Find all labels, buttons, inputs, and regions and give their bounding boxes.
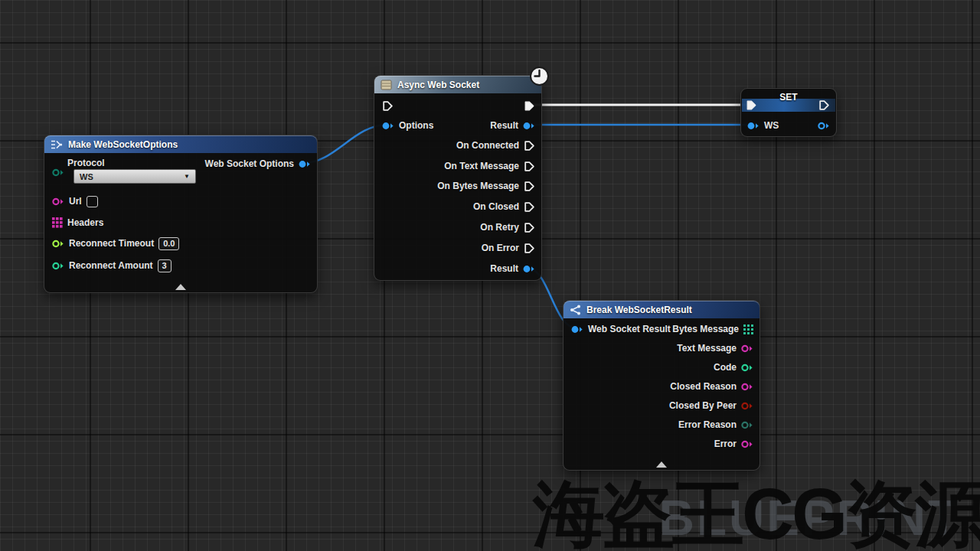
exec-out-row — [524, 99, 535, 112]
exec-in-pin[interactable] — [382, 100, 394, 112]
break-struct-icon — [570, 305, 581, 315]
exec-in-pin[interactable] — [746, 99, 757, 111]
options-pin[interactable] — [382, 122, 394, 130]
url-label: Url — [69, 196, 82, 207]
result-label: Result — [490, 120, 518, 131]
exec-in-row — [382, 99, 394, 112]
protocol-pin[interactable] — [52, 168, 64, 177]
on-closed-pin[interactable] — [524, 201, 535, 213]
make-struct-icon — [51, 139, 63, 150]
on-bytes-message-pin[interactable] — [524, 181, 535, 192]
url-input[interactable] — [87, 196, 98, 207]
exec-pin-icon — [524, 222, 535, 233]
reconnect-amount-pin[interactable] — [52, 262, 64, 270]
object-pin-icon — [747, 122, 760, 130]
object-pin-icon — [523, 122, 535, 130]
result-pin[interactable] — [523, 122, 535, 130]
on-closed-label: On Closed — [473, 201, 519, 212]
ws-output-row — [818, 119, 830, 132]
node-header[interactable]: Make WebSocketOptions — [44, 135, 317, 153]
on-connected-pin[interactable] — [524, 140, 535, 152]
closed-by-peer-pin[interactable] — [741, 402, 753, 410]
on-connected-row: On Connected — [456, 139, 535, 152]
node-header[interactable]: Break WebSocketResult — [564, 301, 760, 318]
node-async-web-socket[interactable]: Async Web Socket Options — [374, 75, 542, 281]
reconnect-timeout-row: Reconnect Timeout 0.0 — [52, 236, 179, 250]
headers-pin[interactable] — [52, 217, 63, 228]
reconnect-timeout-pin[interactable] — [52, 240, 64, 248]
node-header[interactable]: Async Web Socket — [374, 76, 541, 93]
exec-in-row — [746, 98, 757, 112]
text-message-pin[interactable] — [741, 344, 753, 353]
error-reason-label: Error Reason — [678, 419, 737, 430]
reconnect-amount-row: Reconnect Amount 3 — [52, 259, 172, 272]
web-socket-result-pin[interactable] — [571, 325, 583, 334]
closed-reason-row: Closed Reason — [670, 380, 753, 393]
node-title: Async Web Socket — [397, 80, 479, 90]
closed-by-peer-label: Closed By Peer — [669, 400, 737, 411]
result-bottom-label: Result — [490, 263, 518, 274]
graph-canvas[interactable]: BLUEPRINT 海盗王CG资源 Make WebSocketOptions … — [0, 0, 980, 551]
exec-pin-icon — [524, 181, 535, 192]
web-socket-options-label: Web Socket Options — [205, 158, 294, 169]
options-row: Options — [382, 119, 433, 132]
enum-pin-icon — [741, 421, 753, 429]
exec-out-pin[interactable] — [818, 99, 830, 111]
exec-out-pin[interactable] — [524, 100, 535, 112]
closed-reason-pin[interactable] — [741, 383, 753, 391]
reconnect-amount-input[interactable]: 3 — [158, 259, 172, 272]
protocol-dropdown-value: WS — [80, 172, 93, 181]
bytes-message-pin[interactable] — [743, 324, 753, 334]
node-title: Make WebSocketOptions — [68, 139, 178, 150]
dropdown-arrow-icon: ▼ — [184, 173, 190, 180]
exec-pin-icon — [382, 100, 394, 112]
object-pin-icon — [818, 122, 830, 130]
reconnect-timeout-input[interactable]: 0.0 — [158, 237, 179, 250]
on-retry-label: On Retry — [480, 222, 519, 233]
string-pin-icon — [52, 197, 64, 206]
collapse-arrow[interactable] — [656, 461, 667, 468]
map-pin-icon — [52, 217, 63, 228]
reconnect-timeout-label: Reconnect Timeout — [69, 238, 154, 249]
url-row: Url — [52, 194, 98, 208]
on-retry-row: On Retry — [480, 220, 535, 234]
node-set-ws[interactable]: SET WS — [740, 88, 837, 137]
code-row: Code — [714, 360, 753, 374]
output-row: Web Socket Options — [205, 157, 311, 171]
exec-pin-icon — [524, 161, 535, 172]
text-message-label: Text Message — [677, 343, 737, 354]
async-task-icon — [381, 80, 392, 90]
ws-input-pin[interactable] — [747, 122, 760, 130]
error-pin[interactable] — [741, 440, 753, 448]
on-error-pin[interactable] — [524, 243, 535, 254]
code-pin[interactable] — [741, 364, 753, 372]
protocol-label-row: Protocol — [67, 156, 105, 170]
on-bytes-message-row: On Bytes Message — [437, 179, 535, 193]
on-closed-row: On Closed — [473, 200, 535, 214]
ws-output-pin[interactable] — [818, 122, 830, 130]
result-bottom-pin[interactable] — [523, 265, 535, 273]
protocol-pin-row — [52, 165, 64, 179]
node-break-websocketresult[interactable]: Break WebSocketResult Web Socket Result … — [563, 300, 760, 471]
collapse-arrow[interactable] — [175, 284, 186, 290]
web-socket-options-pin[interactable] — [299, 160, 311, 168]
web-socket-result-label: Web Socket Result — [588, 324, 671, 334]
string-pin-icon — [741, 344, 753, 353]
on-retry-pin[interactable] — [524, 222, 535, 233]
on-text-message-pin[interactable] — [524, 161, 535, 172]
node-make-websocketoptions[interactable]: Make WebSocketOptions Protocol WS ▼ Web … — [44, 135, 318, 293]
ws-input-row: WS — [747, 119, 779, 132]
protocol-dropdown[interactable]: WS ▼ — [74, 169, 196, 184]
reconnect-amount-label: Reconnect Amount — [69, 260, 153, 271]
exec-pin-icon — [818, 99, 830, 111]
object-pin-icon — [571, 325, 583, 334]
exec-pin-icon — [524, 100, 535, 112]
code-label: Code — [714, 362, 737, 373]
exec-pin-icon — [524, 243, 535, 254]
float-pin-icon — [52, 240, 64, 248]
error-reason-pin[interactable] — [741, 421, 753, 429]
array-pin-icon — [743, 324, 753, 334]
int-pin-icon — [741, 364, 753, 372]
exec-out-row — [818, 98, 830, 112]
url-pin[interactable] — [52, 197, 64, 206]
